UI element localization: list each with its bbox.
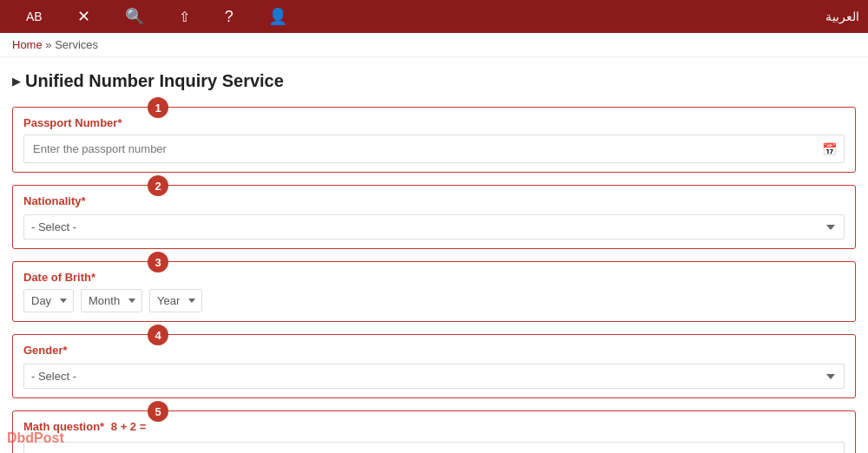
user-icon-button[interactable]: 👤	[251, 0, 305, 33]
breadcrumb-current: Services	[55, 38, 98, 51]
dob-row: Day Month Year	[23, 289, 845, 312]
share-icon-button[interactable]: ⇧	[161, 0, 207, 33]
nationality-section: 2 Nationality* - Select -	[12, 185, 856, 249]
dob-year-select[interactable]: Year	[149, 289, 202, 312]
watermark: DbdPost	[7, 430, 64, 446]
breadcrumb: Home » Services	[0, 33, 868, 57]
dob-day-select[interactable]: Day	[23, 289, 74, 312]
gender-label: Gender*	[23, 344, 845, 357]
passport-number-section: 1 Passport Number* 📅	[12, 107, 856, 173]
share-icon: ⇧	[179, 9, 190, 25]
topbar-nav-icons: AB ✕ 🔍 ⇧ ? 👤	[9, 0, 305, 33]
calendar-icon: 📅	[822, 142, 837, 156]
passport-number-input[interactable]	[31, 139, 822, 159]
step-badge-2: 2	[148, 175, 168, 196]
help-icon: ?	[225, 8, 233, 26]
ab-label: AB	[26, 10, 43, 23]
user-icon: 👤	[268, 7, 287, 26]
passport-number-label: Passport Number*	[23, 116, 845, 129]
math-section: 5 Math question* 8 + 2 = Solve this simp…	[12, 410, 856, 453]
math-question-label: Math question* 8 + 2 =	[23, 420, 845, 433]
step-badge-5: 5	[148, 401, 168, 422]
dob-label: Date of Brith*	[23, 271, 845, 284]
math-equation: 8 + 2 =	[111, 420, 146, 433]
gender-section: 4 Gender* - Select -	[12, 334, 856, 398]
step-badge-3: 3	[148, 252, 168, 272]
gender-select[interactable]: - Select -	[23, 364, 845, 389]
breadcrumb-home[interactable]: Home	[12, 38, 43, 51]
topbar: AB ✕ 🔍 ⇧ ? 👤 العربية	[0, 0, 868, 33]
arabic-label[interactable]: العربية	[825, 10, 859, 23]
page-title: Unified Number Inquiry Service	[12, 71, 856, 91]
passport-number-input-wrapper: 📅	[23, 135, 845, 163]
close-circle-icon-button[interactable]: ✕	[60, 0, 108, 33]
close-circle-icon: ✕	[77, 7, 90, 26]
step-badge-1: 1	[148, 97, 168, 118]
math-answer-input[interactable]	[23, 442, 845, 453]
nationality-label: Nationality*	[23, 194, 845, 207]
search-icon-button[interactable]: 🔍	[108, 0, 161, 33]
step-badge-4: 4	[148, 325, 168, 345]
main-content: Unified Number Inquiry Service 1 Passpor…	[0, 57, 868, 453]
search-icon: 🔍	[125, 7, 144, 26]
nationality-select[interactable]: - Select -	[23, 214, 845, 240]
help-icon-button[interactable]: ?	[207, 0, 251, 33]
dob-month-select[interactable]: Month	[81, 289, 142, 312]
dob-section: 3 Date of Brith* Day Month Year	[12, 261, 856, 322]
ab-icon-button[interactable]: AB	[9, 0, 60, 33]
breadcrumb-separator: »	[45, 38, 51, 51]
